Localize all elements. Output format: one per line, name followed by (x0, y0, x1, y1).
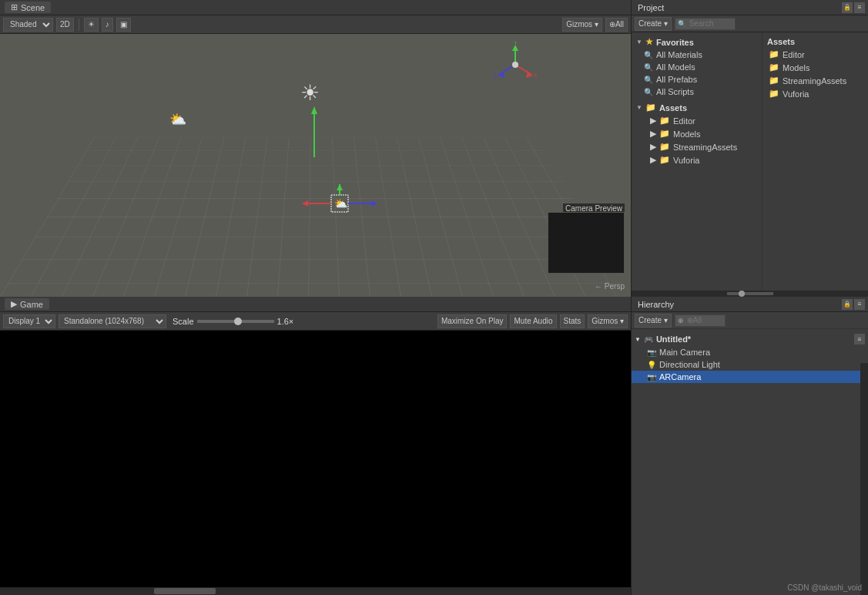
project-menu-btn[interactable]: ≡ (854, 2, 865, 13)
scale-value: 1.6× (277, 317, 294, 326)
svg-text:⛅: ⛅ (334, 197, 348, 210)
svg-marker-11 (311, 106, 317, 114)
assets-arrow: ▼ (636, 104, 642, 111)
project-zoom-slider[interactable] (727, 292, 773, 295)
game-tab[interactable]: ▶ Game (5, 298, 49, 310)
hierarchy-directional-light[interactable]: 💡 Directional Light (632, 358, 868, 371)
favorites-star-icon: ★ (645, 37, 653, 47)
project-tab-label[interactable]: Project (635, 3, 667, 12)
hierarchy-tab-bar: Hierarchy 🔒 ≡ (632, 297, 868, 312)
assets-models-item[interactable]: ▶ 📁 Models (632, 127, 762, 140)
scene-arrow: ▼ (635, 336, 641, 343)
right-vuforia-item[interactable]: 📁 Vuforia (762, 87, 868, 100)
svg-text:Z: Z (494, 72, 498, 78)
magnifier-icon-2: 🔍 (644, 63, 653, 72)
assets-models-arrow: ▶ (650, 129, 656, 139)
directional-light-label: Directional Light (659, 360, 720, 369)
hierarchy-scene-menu[interactable]: ≡ (854, 334, 865, 345)
game-tab-bar: ▶ Game (0, 297, 631, 312)
shading-mode-select[interactable]: Shaded (3, 18, 53, 32)
hierarchy-menu-btn[interactable]: ≡ (854, 299, 865, 310)
project-create-button[interactable]: Create ▾ (635, 17, 672, 31)
assets-vuforia-arrow: ▶ (650, 155, 656, 165)
scale-label: Scale (173, 317, 194, 326)
mute-audio-button[interactable]: Mute Audio (510, 314, 556, 328)
assets-left-label: Assets (659, 103, 687, 113)
main-camera-icon: 📷 (647, 348, 656, 357)
coloring-button[interactable]: ⊕All (605, 18, 628, 32)
camera-preview (548, 212, 625, 274)
arcamera-icon: 📷 (647, 373, 656, 382)
assets-vuforia-icon: 📁 (659, 155, 670, 165)
watermark: CSDN @takashi_void (787, 583, 862, 592)
right-streaming-item[interactable]: 📁 StreamingAssets (762, 74, 868, 87)
scene-icon: 🎮 (644, 335, 653, 344)
hierarchy-right-panel: ▼ 🎮 Untitled* ≡ 📷 Main Camera 💡 Directio… (632, 329, 868, 595)
project-search-input[interactable] (686, 18, 732, 30)
right-editor-item[interactable]: 📁 Editor (762, 48, 868, 61)
gizmos-button[interactable]: Gizmos ▾ (562, 18, 602, 32)
display-select[interactable]: Display 1 (3, 314, 55, 328)
separator-1 (79, 18, 79, 31)
nav-gizmo[interactable]: Y X Z (492, 42, 538, 88)
game-scrollbar-thumb[interactable] (154, 588, 216, 594)
main-camera-label: Main Camera (659, 348, 710, 357)
hierarchy-create-button[interactable]: Create ▾ (635, 314, 672, 328)
hierarchy-lock-btn[interactable]: 🔒 (842, 299, 853, 310)
svg-marker-15 (302, 200, 308, 207)
audio-toggle-button[interactable]: ♪ (102, 18, 113, 32)
assets-vuforia-item[interactable]: ▶ 📁 Vuforia (632, 153, 762, 166)
maximize-on-play-button[interactable]: Maximize On Play (437, 314, 508, 328)
magnifier-icon-1: 🔍 (644, 51, 653, 59)
scene-toolbar: Shaded 2D ☀ ♪ ▣ Gizmos ▾ ⊕All (0, 15, 631, 34)
magnifier-icon-4: 🔍 (644, 88, 653, 96)
selected-object: ⛅ (299, 184, 391, 240)
game-scrollbar-horizontal[interactable] (0, 587, 631, 595)
hierarchy-main-camera[interactable]: 📷 Main Camera (632, 346, 868, 358)
fx-toggle-button[interactable]: ▣ (116, 18, 131, 32)
scene-tab-label: Scene (21, 3, 45, 12)
game-gizmos-button[interactable]: Gizmos ▾ (588, 314, 628, 328)
svg-point-6 (512, 62, 518, 68)
project-lock-btn[interactable]: 🔒 (842, 2, 853, 13)
assets-editor-arrow: ▶ (650, 116, 656, 126)
scale-slider[interactable] (197, 320, 274, 323)
stats-button[interactable]: Stats (560, 314, 585, 328)
light-toggle-button[interactable]: ☀ (84, 18, 99, 32)
game-tab-icon: ▶ (11, 299, 17, 309)
assets-editor-item[interactable]: ▶ 📁 Editor (632, 114, 762, 127)
favorites-all-prefabs[interactable]: 🔍 All Prefabs (632, 73, 762, 86)
favorites-all-models[interactable]: 🔍 All Models (632, 61, 762, 73)
hierarchy-tab-label[interactable]: Hierarchy (635, 300, 677, 309)
game-viewport (0, 331, 631, 587)
scene-viewport[interactable]: Y X Z ☀ ⛅ ⛅ (0, 34, 631, 297)
favorites-all-scripts[interactable]: 🔍 All Scripts (632, 86, 762, 98)
right-models-item[interactable]: 📁 Models (762, 61, 868, 74)
scene-tab[interactable]: ⊞ Scene (5, 2, 51, 13)
cloud-object: ⛅ (169, 111, 186, 128)
project-bottom-bar (632, 291, 868, 297)
hierarchy-search-input[interactable] (684, 314, 722, 327)
game-panel: ▶ Game Display 1 Standalone (1024x768) S… (0, 297, 632, 595)
hierarchy-content: ▼ 🎮 Untitled* ≡ 📷 Main Camera 💡 Directio… (632, 329, 868, 595)
svg-marker-17 (371, 200, 377, 207)
hierarchy-scrollbar-vertical[interactable] (860, 363, 868, 595)
game-tab-label: Game (20, 300, 43, 309)
project-panel: Project 🔒 ≡ Create ▾ 🔍 ▼ ★ Favorites (632, 0, 868, 297)
assets-editor-icon: 📁 (659, 116, 670, 126)
directional-light-object: ☀ (300, 80, 320, 106)
2d-toggle-button[interactable]: 2D (56, 18, 74, 32)
svg-marker-19 (337, 184, 343, 190)
scene-tab-bar: ⊞ Scene (0, 0, 631, 15)
assets-streaming-item[interactable]: ▶ 📁 StreamingAssets (632, 140, 762, 153)
hierarchy-arcamera[interactable]: 📷 ARCamera (632, 371, 868, 383)
favorites-all-materials[interactable]: 🔍 All Materials (632, 49, 762, 61)
favorites-header: ▼ ★ Favorites (632, 35, 762, 49)
hierarchy-search-icon: ⊕ (678, 317, 684, 324)
hierarchy-scene-root[interactable]: ▼ 🎮 Untitled* ≡ (632, 332, 868, 346)
green-arrow-up (307, 103, 322, 165)
assets-left-header: ▼ 📁 Assets (632, 101, 762, 114)
project-right-panel: Assets 📁 Editor 📁 Models 📁 StreamingAsse… (762, 32, 868, 291)
svg-text:X: X (534, 72, 538, 78)
resolution-select[interactable]: Standalone (1024x768) (59, 314, 166, 328)
